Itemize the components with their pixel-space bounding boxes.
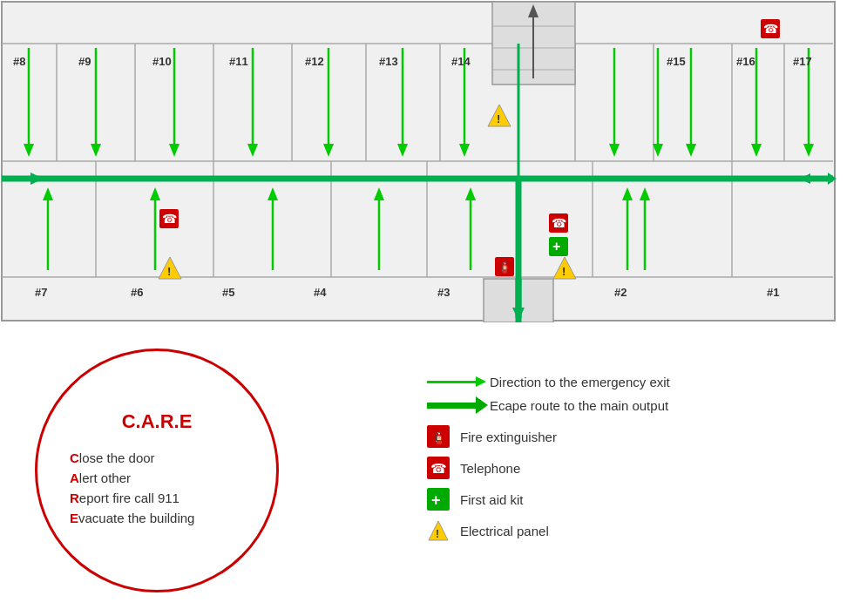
svg-text:#17: #17 xyxy=(793,55,812,68)
svg-text:#12: #12 xyxy=(305,55,324,68)
svg-text:🧯: 🧯 xyxy=(431,430,447,445)
legend: Direction to the emergency exit Ecape ro… xyxy=(427,375,845,551)
legend-phone-label: Telephone xyxy=(460,461,520,476)
legend-phone: ☎ Telephone xyxy=(427,457,845,479)
care-line-report: Report fire call 911 xyxy=(70,491,244,505)
svg-text:#6: #6 xyxy=(131,286,143,299)
svg-text:#5: #5 xyxy=(222,286,234,299)
svg-text:!: ! xyxy=(167,265,171,278)
legend-escape-label: Ecape route to the main output xyxy=(490,398,668,413)
care-circle: C.A.R.E Close the door Alert other Repor… xyxy=(35,349,279,592)
legend-firstaid-label: First aid kit xyxy=(460,492,524,507)
svg-text:#7: #7 xyxy=(35,286,47,299)
svg-text:☎: ☎ xyxy=(430,461,447,476)
svg-text:#11: #11 xyxy=(229,55,248,68)
svg-text:#1: #1 xyxy=(767,286,779,299)
svg-text:#2: #2 xyxy=(614,286,627,299)
legend-electrical: ! Electrical panel xyxy=(427,519,845,542)
legend-direction-label: Direction to the emergency exit xyxy=(490,375,670,389)
phone-icon: ☎ xyxy=(427,457,450,479)
fire-ext-icon: 🧯 xyxy=(427,425,450,448)
svg-text:#16: #16 xyxy=(736,55,755,68)
legend-electrical-label: Electrical panel xyxy=(460,524,549,538)
svg-text:🧯: 🧯 xyxy=(498,260,512,274)
svg-text:#4: #4 xyxy=(314,286,327,299)
legend-fire-ext: 🧯 Fire extinguisher xyxy=(427,425,845,448)
care-title: C.A.R.E xyxy=(122,410,193,433)
firstaid-icon: + xyxy=(427,488,450,511)
svg-text:#3: #3 xyxy=(437,286,450,299)
svg-text:+: + xyxy=(552,239,560,254)
svg-text:#13: #13 xyxy=(379,55,398,68)
svg-text:!: ! xyxy=(562,265,566,278)
thin-arrow-icon xyxy=(427,381,479,383)
svg-text:☎: ☎ xyxy=(162,212,177,226)
care-line-close: Close the door xyxy=(70,450,244,465)
legend-direction: Direction to the emergency exit xyxy=(427,375,845,389)
care-line-evacuate: Evacuate the building xyxy=(70,511,244,525)
svg-text:☎: ☎ xyxy=(552,216,566,230)
legend-fire-ext-label: Fire extinguisher xyxy=(460,430,557,444)
thick-arrow-icon xyxy=(427,403,479,409)
care-line-alert: Alert other xyxy=(70,470,244,485)
svg-text:!: ! xyxy=(497,112,500,125)
svg-text:#14: #14 xyxy=(451,55,471,68)
legend-escape: Ecape route to the main output xyxy=(427,398,845,413)
svg-text:#8: #8 xyxy=(13,55,25,68)
legend-firstaid: + First aid kit xyxy=(427,488,845,511)
electrical-icon: ! xyxy=(427,519,450,542)
svg-text:#9: #9 xyxy=(78,55,91,68)
svg-text:+: + xyxy=(431,491,441,509)
svg-text:!: ! xyxy=(436,528,439,540)
svg-text:☎: ☎ xyxy=(763,22,778,36)
svg-text:#10: #10 xyxy=(152,55,172,68)
svg-text:#15: #15 xyxy=(667,55,686,68)
